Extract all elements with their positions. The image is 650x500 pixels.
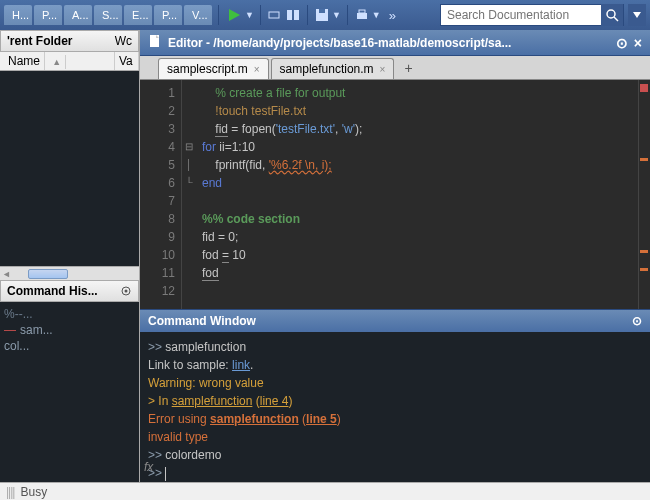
- svg-marker-10: [633, 12, 641, 18]
- panel-options-icon[interactable]: ⊙: [632, 314, 642, 328]
- toolbar-separator: [307, 5, 308, 25]
- command-line: > In samplefunction (line 4): [148, 392, 642, 410]
- more-icon[interactable]: »: [389, 8, 396, 23]
- toolstrip-tab[interactable]: H...: [4, 5, 32, 25]
- code-line[interactable]: fid = 0;: [202, 228, 632, 246]
- command-line: invalid type: [148, 428, 642, 446]
- code-area[interactable]: 123456789101112 ⊟│└ % create a file for …: [140, 80, 650, 309]
- command-window-title: Command Window: [148, 314, 256, 328]
- link[interactable]: link: [232, 358, 250, 372]
- warning-marker[interactable]: [640, 268, 648, 271]
- status-bar: |||| Busy: [0, 482, 650, 500]
- svg-rect-5: [319, 9, 325, 13]
- command-line: Warning: wrong value: [148, 374, 642, 392]
- toolstrip-tab[interactable]: S...: [94, 5, 122, 25]
- run-button[interactable]: [225, 6, 243, 24]
- svg-marker-0: [229, 9, 240, 21]
- code-body[interactable]: % create a file for output !touch testFi…: [196, 80, 638, 309]
- history-title: Command His...: [7, 284, 98, 298]
- search-input[interactable]: [441, 6, 601, 24]
- folder-scrollbar[interactable]: ◄: [0, 266, 139, 280]
- code-line[interactable]: %% code section: [202, 210, 632, 228]
- toolstrip-tab[interactable]: A...: [64, 5, 92, 25]
- error-marker[interactable]: [640, 158, 648, 161]
- warning-marker[interactable]: [640, 250, 648, 253]
- code-line[interactable]: fprintf(fid, '%6.2f \n, i);: [202, 156, 632, 174]
- svg-rect-3: [294, 10, 299, 20]
- code-line[interactable]: % create a file for output: [202, 84, 632, 102]
- doc-icon: [148, 34, 162, 51]
- editor-tab-row: samplescript.m×samplefunction.m×+: [140, 56, 650, 80]
- code-line[interactable]: [202, 192, 632, 210]
- current-folder-panel: 'rent Folder Wc Name ▲ Va ◄: [0, 30, 139, 280]
- close-icon[interactable]: ×: [634, 35, 642, 51]
- svg-line-9: [614, 17, 618, 21]
- history-body[interactable]: %--...—sam...col...: [0, 302, 139, 482]
- folder-body[interactable]: [0, 71, 139, 266]
- line-gutter: 123456789101112: [140, 80, 182, 309]
- toolstrip-tab[interactable]: P...: [154, 5, 182, 25]
- search-icon[interactable]: [601, 4, 623, 26]
- svg-rect-6: [357, 13, 367, 19]
- history-line[interactable]: col...: [4, 338, 135, 354]
- add-tab-button[interactable]: +: [396, 57, 420, 79]
- scrollbar-thumb[interactable]: [28, 269, 68, 279]
- main-toolbar: H...P...A...S...E...P...V... ▼ ▼ ▼ »: [0, 0, 650, 30]
- fx-icon[interactable]: fx: [144, 458, 153, 476]
- save-icon[interactable]: [314, 7, 330, 23]
- svg-rect-2: [287, 10, 292, 20]
- close-tab-icon[interactable]: ×: [380, 64, 386, 75]
- command-window-body[interactable]: >> samplefunctionLink to sample: link.Wa…: [140, 332, 650, 482]
- command-window-header: Command Window ⊙: [140, 309, 650, 332]
- code-line[interactable]: end: [202, 174, 632, 192]
- editor-tab[interactable]: samplescript.m×: [158, 58, 269, 79]
- toolbar-separator: [347, 5, 348, 25]
- status-text: Busy: [20, 485, 47, 499]
- editor-header: Editor - /home/andy/projects/base16-matl…: [140, 30, 650, 56]
- toolstrip-tab[interactable]: E...: [124, 5, 152, 25]
- code-line[interactable]: [202, 282, 632, 300]
- section-icon[interactable]: [285, 7, 301, 23]
- toolbar-separator: [260, 5, 261, 25]
- history-panel-header: Command His...: [0, 280, 139, 302]
- folder-title: 'rent Folder: [7, 34, 73, 48]
- command-line: Link to sample: link.: [148, 356, 642, 374]
- folder-columns: Name ▲ Va: [0, 52, 139, 71]
- editor-tab[interactable]: samplefunction.m×: [271, 58, 395, 79]
- run-dropdown-icon[interactable]: ▼: [245, 10, 254, 20]
- code-line[interactable]: !touch testFile.txt: [202, 102, 632, 120]
- fold-column[interactable]: ⊟│└: [182, 80, 196, 309]
- svg-point-12: [125, 290, 128, 293]
- command-line: >> colordemo: [148, 446, 642, 464]
- code-line[interactable]: fod = 10: [202, 246, 632, 264]
- code-line[interactable]: for ii=1:10: [202, 138, 632, 156]
- search-box: [440, 4, 624, 26]
- save-dropdown-icon[interactable]: ▼: [332, 10, 341, 20]
- col-name[interactable]: Name ▲: [0, 52, 115, 70]
- error-strip[interactable]: [638, 80, 650, 309]
- step-icon[interactable]: [267, 7, 283, 23]
- layout-dropdown-icon[interactable]: [628, 4, 646, 26]
- code-line[interactable]: fod: [202, 264, 632, 282]
- history-line[interactable]: %--...: [4, 306, 135, 322]
- command-line: Error using samplefunction (line 5): [148, 410, 642, 428]
- code-line[interactable]: fid = fopen('testFile.txt', 'w');: [202, 120, 632, 138]
- command-line: >>: [148, 464, 642, 482]
- command-line: >> samplefunction: [148, 338, 642, 356]
- toolbar-separator: [218, 5, 219, 25]
- gear-icon[interactable]: [120, 285, 132, 297]
- toolstrip-tab[interactable]: V...: [184, 5, 212, 25]
- error-summary-marker[interactable]: [640, 84, 648, 92]
- print-dropdown-icon[interactable]: ▼: [372, 10, 381, 20]
- folder-wc: Wc: [115, 34, 132, 48]
- svg-rect-1: [269, 12, 279, 18]
- print-icon[interactable]: [354, 7, 370, 23]
- panel-options-icon[interactable]: ⊙: [616, 35, 628, 51]
- close-tab-icon[interactable]: ×: [254, 64, 260, 75]
- toolstrip-tab[interactable]: P...: [34, 5, 62, 25]
- editor-title: Editor - /home/andy/projects/base16-matl…: [168, 36, 610, 50]
- status-bars-icon: ||||: [6, 485, 14, 499]
- folder-panel-header: 'rent Folder Wc: [0, 30, 139, 52]
- history-line[interactable]: —sam...: [4, 322, 135, 338]
- col-value[interactable]: Va: [115, 52, 139, 70]
